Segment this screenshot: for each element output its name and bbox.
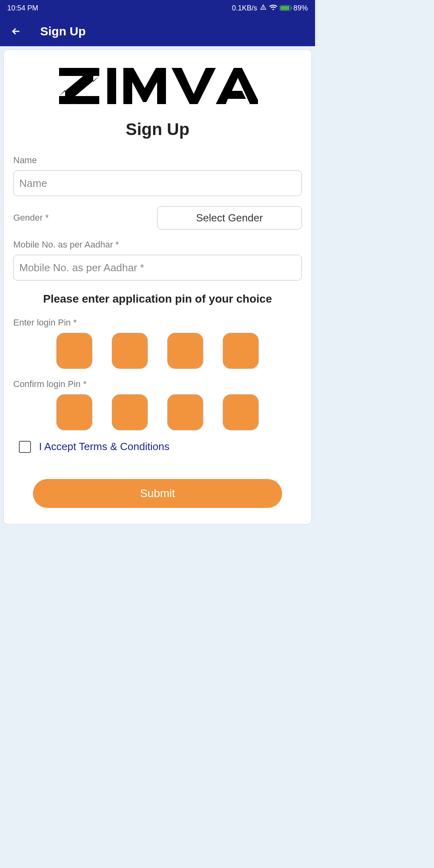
confirm-pin-label: Confirm login Pin * — [13, 379, 302, 389]
wifi-icon — [269, 4, 277, 12]
app-bar: Sign Up — [0, 16, 315, 46]
warning-icon — [260, 4, 267, 13]
data-rate: 0.1KB/s — [232, 4, 257, 12]
name-input[interactable] — [13, 170, 302, 196]
status-right: 0.1KB/s 89% — [232, 4, 308, 13]
terms-link[interactable]: I Accept Terms & Conditions — [39, 440, 170, 453]
confirm-pin-3[interactable] — [167, 394, 203, 430]
brand-logo — [13, 66, 302, 108]
battery-percent: 89% — [293, 4, 308, 12]
enter-pin-2[interactable] — [112, 333, 148, 369]
enter-pin-1[interactable] — [56, 333, 92, 369]
battery-icon — [280, 5, 291, 11]
svg-rect-0 — [107, 68, 116, 104]
card-title: Sign Up — [13, 120, 302, 139]
terms-row: I Accept Terms & Conditions — [13, 440, 302, 453]
enter-pin-3[interactable] — [167, 333, 203, 369]
mobile-input[interactable] — [13, 255, 302, 280]
confirm-pin-4[interactable] — [223, 394, 259, 430]
enter-pin-4[interactable] — [223, 333, 259, 369]
app-bar-title: Sign Up — [40, 25, 86, 38]
gender-select[interactable]: Select Gender — [157, 206, 302, 229]
confirm-pin-row — [13, 394, 302, 430]
name-label: Name — [13, 155, 302, 166]
submit-button[interactable]: Submit — [33, 479, 282, 508]
status-time: 10:54 PM — [7, 4, 38, 12]
confirm-pin-1[interactable] — [56, 394, 92, 430]
gender-label: Gender * — [13, 213, 49, 223]
mobile-label: Mobile No. as per Aadhar * — [13, 240, 302, 250]
enter-pin-row — [13, 333, 302, 369]
enter-pin-label: Enter login Pin * — [13, 317, 302, 328]
signup-card: Sign Up Name Gender * Select Gender Mobi… — [3, 49, 312, 524]
pin-instruction: Please enter application pin of your cho… — [13, 293, 302, 305]
back-button[interactable] — [10, 25, 22, 37]
confirm-pin-2[interactable] — [112, 394, 148, 430]
status-bar: 10:54 PM 0.1KB/s 89% — [0, 0, 315, 16]
terms-checkbox[interactable] — [19, 441, 31, 453]
